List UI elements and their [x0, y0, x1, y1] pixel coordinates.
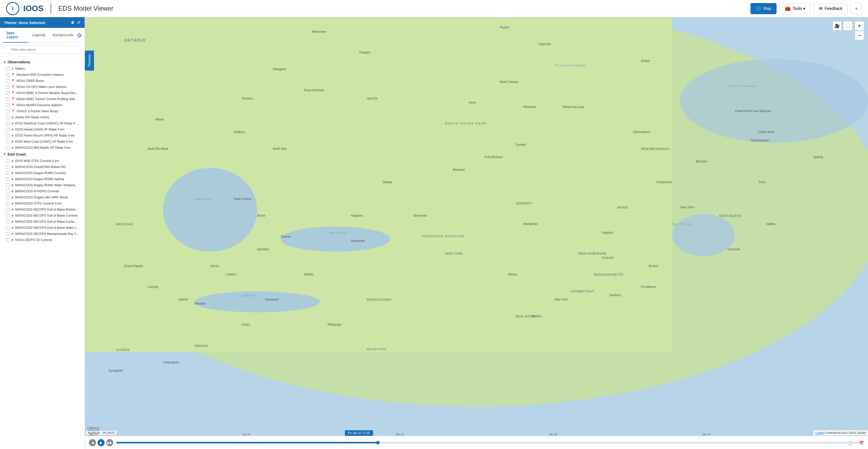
- layer-noaa-coops[interactable]: 📍 NOAA CO-OPS Water Level Stations: [0, 84, 85, 90]
- layer-maracoos-mid[interactable]: ⊕ MARACOOS Mid Atlantic HF Radar 6 km: [0, 145, 85, 151]
- layer-ioos-pr-hf-checkbox[interactable]: [6, 134, 10, 137]
- layer-neracoos-gulf-bottom-checkbox[interactable]: [6, 208, 10, 211]
- zoom-icon[interactable]: ⊕: [71, 20, 74, 25]
- layer-gliders-checkbox[interactable]: [6, 67, 10, 70]
- layer-neracoos-gulf-surf[interactable]: ⊕ NERACOOS NECOFS Gulf of Maine Surfac..…: [0, 219, 85, 225]
- layer-alaska-hf-checkbox[interactable]: [6, 116, 10, 119]
- timeline-bar[interactable]: [116, 442, 864, 443]
- zoom-out-button[interactable]: −: [855, 31, 864, 40]
- layer-neracoos-gulf-water-checkbox[interactable]: [6, 226, 10, 230]
- layer-neracoos-gulf-curr[interactable]: ⊕ NERACOOS NECOFS Gulf of Maine Currents: [0, 213, 85, 219]
- layer-maracoos-chesroms[interactable]: ⊕ MARACOOS ChesROMS Bottom DO: [0, 164, 85, 170]
- layer-noaa-ndbc-current[interactable]: 📍 NOAA NDBC Partner Current Profiling St…: [0, 96, 85, 102]
- layer-alaska-hf[interactable]: ⊕ Alaska (HF Radar AKNS): [0, 114, 85, 120]
- layer-noaa-nerrs-icon: 📍: [11, 103, 15, 107]
- collapse-arrow: ▼: [3, 60, 6, 64]
- layer-maracoos-rutgers-checkbox[interactable]: [6, 196, 10, 199]
- themes-tab[interactable]: Themes: [85, 51, 94, 71]
- layer-maracoos-nyhops-checkbox[interactable]: [6, 189, 10, 193]
- layer-maracoos-doppio-temp[interactable]: ⊕ MARACOOS Doppio ROMS Water Tempera...: [0, 182, 85, 188]
- layer-usace-wave[interactable]: 📍 USACE & Partner Wave Buoys: [0, 108, 85, 114]
- mail-icon: ✉: [819, 6, 823, 11]
- layer-ioos-east-hf[interactable]: ⊕ IOOS East/Gulf Coast (USEGC) HF Radar …: [0, 120, 85, 126]
- layer-maryland-dnr[interactable]: 📍 Maryland DNR Ecosystem Stations: [0, 72, 85, 78]
- layer-noaa-cbibs-checkbox[interactable]: [6, 79, 10, 83]
- layer-ioos-mab-stps-checkbox[interactable]: [6, 159, 10, 163]
- layer-maryland-dnr-checkbox[interactable]: [6, 73, 10, 77]
- layer-maracoos-stps-checkbox[interactable]: [6, 202, 10, 205]
- coordinates-display: 40.06126 : -94.19678: [86, 431, 117, 435]
- tools-button[interactable]: 🧰 Tools ▾: [780, 3, 810, 14]
- layer-usace-wave-checkbox[interactable]: [6, 110, 10, 113]
- tab-data-layers[interactable]: Data Layers: [3, 28, 29, 42]
- layer-maracoos-doppio-curr[interactable]: ⊕ MARACOOS Doppio ROMS Currents: [0, 170, 85, 176]
- layer-maracoos-doppio-sal-checkbox[interactable]: [6, 177, 10, 181]
- calendar-icon[interactable]: 📅: [859, 441, 864, 445]
- zoom-in-button[interactable]: +: [855, 21, 864, 30]
- layer-noaa-ndbc-current-checkbox[interactable]: [6, 97, 10, 101]
- layer-noaa-coops-checkbox[interactable]: [6, 85, 10, 89]
- layer-ioos-west-hf-label: IOOS West Coast (USWC) HF Radar 6 km: [15, 140, 73, 143]
- layer-noaa-ndbc-current-label: NOAA NDBC Partner Current Profiling Stat…: [17, 97, 78, 101]
- layer-ioos-hawaii-hf[interactable]: ⊕ IOOS Hawaii (USHI) HF Radar 6 km: [0, 126, 85, 132]
- layer-maracoos-doppio-sal[interactable]: ⊕ MARACOOS Doppio ROMS Salinity: [0, 176, 85, 182]
- layer-ioos-west-hf-checkbox[interactable]: [6, 140, 10, 143]
- theme-bar[interactable]: Theme: None Selected ⊕ ⤢: [0, 17, 85, 28]
- layer-maracoos-doppio-curr-checkbox[interactable]: [6, 171, 10, 175]
- layer-neracoos-gulf-water[interactable]: ⊕ NERACOOS NECOFS Gulf of Maine Water L.…: [0, 225, 85, 231]
- layer-noaa-ndbc-weather[interactable]: 📍 NOAA NDBC & Partner Weather Buoys/Sta.…: [0, 90, 85, 96]
- timeline-controls: ◀ ▶ ▶▶: [89, 439, 113, 446]
- layer-maracoos-chesroms-checkbox[interactable]: [6, 165, 10, 169]
- zoom-controls: + −: [855, 21, 864, 40]
- layer-noaa-ndbc-weather-icon: 📍: [11, 91, 15, 95]
- layer-ioos-pr-hf[interactable]: ⊕ IOOS Puerto Rico/VI (PRVI) HF Radar 6 …: [0, 132, 85, 139]
- layer-ioos-hawaii-hf-label: IOOS Hawaii (USHI) HF Radar 6 km: [15, 128, 64, 131]
- power-icon[interactable]: ⏻: [77, 33, 82, 38]
- map-area[interactable]: ONTARIO Moosonee Matagami Chapais Sept-I…: [85, 17, 868, 449]
- layer-neracoos-gulf-curr-checkbox[interactable]: [6, 214, 10, 217]
- timeline-next-button[interactable]: ▶▶: [106, 439, 113, 446]
- timeline-play-button[interactable]: ▶: [97, 439, 104, 446]
- timeline-tooltip: Fri Jan 22 11:00: [345, 430, 373, 436]
- layer-maracoos-rutgers[interactable]: ⊕ MARACOOS Rutgers 9km WRF Winds: [0, 194, 85, 201]
- section-observations[interactable]: ▼ Observations: [0, 59, 85, 66]
- layer-ioos-east-hf-checkbox[interactable]: [6, 122, 10, 125]
- layer-neracoos-gulf-bottom[interactable]: ⊕ NERACOOS NECOFS Gulf of Maine Bottom..…: [0, 207, 85, 213]
- layer-maracoos-doppio-temp-checkbox[interactable]: [6, 183, 10, 187]
- section-east-coast[interactable]: ▼ East Coast: [0, 151, 85, 158]
- layer-maracoos-nyhops-label: MARACOOS NYHOPS Currents: [15, 189, 59, 193]
- layer-ioos-west-hf[interactable]: ⊕ IOOS West Coast (USWC) HF Radar 6 km: [0, 139, 85, 145]
- layer-ioos-mab-stps[interactable]: ⊕ IOOS MAB STPS Currents 6 km: [0, 158, 85, 164]
- timeline-thumb[interactable]: [376, 441, 380, 444]
- layer-noaa-nerrs[interactable]: 📍 NOAA NERRS Estuarine Stations: [0, 102, 85, 108]
- layer-neracoos-mass-bay[interactable]: ⊕ NERACOOS NECOFS Massachusetts Bay C...: [0, 231, 85, 237]
- layer-noaa-cbibs[interactable]: 📍 NOAA CBIBS Buoys: [0, 78, 85, 84]
- layer-maracoos-stps[interactable]: ⊕ MARACOOS STPS Currents 6 km: [0, 201, 85, 207]
- layer-maracoos-nyhops-icon: ⊕: [11, 189, 14, 193]
- expand-icon[interactable]: ⤢: [77, 20, 81, 25]
- fullscreen-button[interactable]: ⛶: [843, 21, 852, 30]
- feedback-button[interactable]: ✉ Feedback: [813, 3, 848, 14]
- layer-neracoos-mass-bay-checkbox[interactable]: [6, 232, 10, 236]
- tab-backgrounds[interactable]: Backgrounds: [49, 30, 77, 40]
- layer-ioos-hawaii-hf-checkbox[interactable]: [6, 128, 10, 131]
- timeline-prev-button[interactable]: ◀: [89, 439, 96, 446]
- layer-gliders[interactable]: ◎ Gliders: [0, 66, 85, 72]
- map-button[interactable]: 🌐 Map: [750, 3, 777, 14]
- video-control-button[interactable]: 🎥: [833, 21, 842, 30]
- layer-maracoos-mid-checkbox[interactable]: [6, 146, 10, 149]
- layer-neracoos-gulf-surf-checkbox[interactable]: [6, 220, 10, 223]
- search-input[interactable]: [3, 46, 82, 54]
- layer-noaa-ndbc-weather-checkbox[interactable]: [6, 91, 10, 95]
- layer-noaa-cbofs-icon: ⊕: [11, 238, 14, 242]
- leaflet-link[interactable]: Leaflet: [815, 431, 824, 434]
- tab-legends[interactable]: Legends: [29, 30, 50, 40]
- layer-noaa-cbofs-checkbox[interactable]: [6, 238, 10, 242]
- attribution: Leaflet | Powered by Esri | USGS, NOAA: [813, 430, 868, 435]
- clock-icon[interactable]: 🕐: [848, 441, 853, 445]
- hamburger-button[interactable]: ≡: [851, 3, 862, 14]
- layer-noaa-nerrs-checkbox[interactable]: [6, 103, 10, 107]
- layer-noaa-cbofs[interactable]: ⊕ NOAA CBOFS 3D Currents: [0, 237, 85, 243]
- layer-maracoos-nyhops[interactable]: ⊕ MARACOOS NYHOPS Currents: [0, 188, 85, 194]
- globe-icon: 🌐: [756, 6, 762, 11]
